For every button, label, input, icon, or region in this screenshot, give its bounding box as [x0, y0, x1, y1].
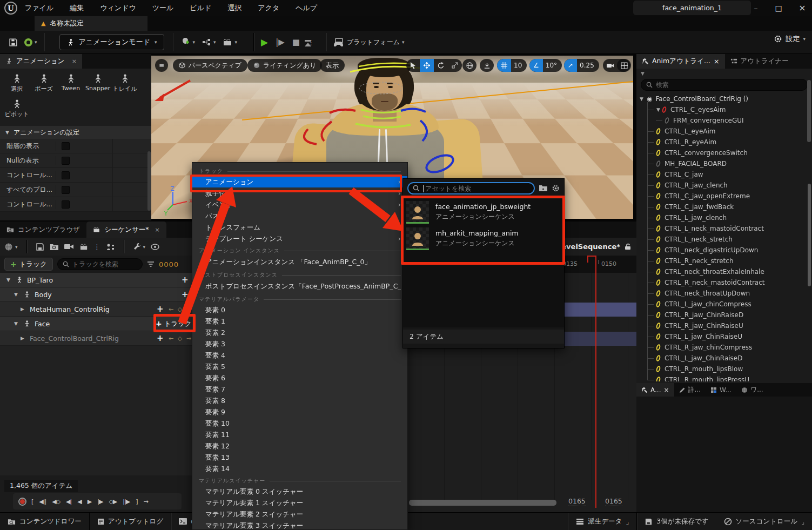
tree-root[interactable]: ▼ ◉ Face_ControlBoard_CtrlRig () [636, 93, 812, 104]
control-row[interactable]: ▼ CTRL_C_eyesAim [636, 104, 812, 115]
menu-item[interactable]: テンプレート シーケンス › [192, 233, 407, 244]
control-row[interactable]: CTRL_neck_digastricUpDown [636, 245, 812, 256]
tool-button[interactable]: トレイル [111, 74, 138, 93]
control-row[interactable]: CTRL_L_jaw_clench [636, 212, 812, 223]
transport-button[interactable]: ◀|| [39, 498, 46, 505]
control-row[interactable]: CTRL_L_neck_stretch [636, 234, 812, 245]
control-row[interactable]: CTRL_L_jaw_ChinRaiseU [636, 331, 812, 342]
horizontal-scrollbar[interactable] [409, 500, 556, 506]
control-row[interactable]: CTRL_convergenceSwitch [636, 147, 812, 158]
transport-button[interactable]: |▶ [97, 498, 103, 505]
control-row[interactable]: CTRL_L_jaw_ChinRaiseD [636, 353, 812, 364]
rotation-snap-control[interactable]: ∠ 10° [529, 59, 562, 72]
transport-button[interactable]: ◀◇ [52, 498, 60, 505]
menu-item[interactable]: 要素 9 [192, 406, 407, 418]
menu-item[interactable]: 要素 12 [192, 440, 407, 452]
maximize-button[interactable]: □ [770, 0, 787, 16]
menu-item[interactable]: 要素 3 [192, 338, 407, 350]
scale-snap-control[interactable]: ↗ 0.25 [564, 59, 599, 72]
control-row[interactable]: CTRL_C_jaw_openExtreme [636, 191, 812, 202]
folder-icon[interactable] [539, 185, 548, 192]
actor-sequence-icon[interactable] [106, 243, 115, 251]
add-subtrack-icon[interactable]: + [157, 333, 164, 343]
menu-item[interactable]: マテリアル要素 2 スイッチャー [192, 508, 407, 520]
menu-item[interactable]: 要素 1 [192, 316, 407, 327]
asset-search[interactable] [407, 182, 535, 194]
stop-button[interactable]: ■ [288, 35, 304, 49]
control-row[interactable]: CTRL_R_jaw_ChinRaiseU [636, 320, 812, 331]
control-row[interactable]: CTRL_L_jaw_chinCompress [636, 299, 812, 310]
menu-bar-item[interactable]: ヘルプ [296, 3, 317, 13]
menu-item[interactable]: 要素 2 [192, 327, 407, 338]
close-tab-icon[interactable]: × [663, 386, 669, 394]
options-icon[interactable]: ⋮ [94, 243, 100, 251]
tab-sequencer[interactable]: シーケンサー* × [86, 222, 166, 238]
add-subtrack-icon[interactable]: + [157, 304, 164, 314]
checkbox[interactable] [62, 157, 70, 165]
tab-outliner[interactable]: アウトライナー [725, 54, 794, 69]
tab-details[interactable]: 詳... [674, 383, 706, 397]
control-row[interactable]: CTRL_R_jaw_chinCompress [636, 342, 812, 353]
control-row[interactable]: CTRL_R_eyeAim [636, 137, 812, 147]
checkbox[interactable] [62, 200, 70, 209]
asset-item[interactable]: mh_arkit_mapping_anim アニメーションシーケンス [403, 225, 564, 252]
move-tool-icon[interactable] [420, 59, 434, 72]
play-button[interactable]: ▶ [257, 35, 272, 50]
close-tab-icon[interactable]: × [155, 226, 160, 233]
unreal-logo-icon[interactable]: U [4, 2, 17, 15]
world-button[interactable]: ▾ [21, 36, 41, 49]
camera-icon[interactable] [64, 243, 74, 250]
gear-icon[interactable] [552, 184, 560, 192]
angle-snap-icon[interactable]: ∠ [529, 59, 543, 72]
menu-bar-item[interactable]: ツール [152, 3, 174, 13]
record-button[interactable] [18, 498, 26, 506]
transport-button[interactable]: [ [31, 498, 33, 505]
menu-item[interactable]: アニメーション › [192, 176, 407, 187]
asset-search-input[interactable] [423, 185, 529, 192]
minimize-button[interactable]: – [748, 0, 764, 16]
control-row[interactable]: CTRL_neck_throatUpDown [636, 288, 812, 299]
control-row[interactable]: CTRL_R_jaw_clench [636, 180, 812, 191]
menu-item[interactable]: 要素 10 [192, 418, 407, 429]
view-end-frame[interactable]: 0165 [568, 497, 586, 506]
control-row[interactable]: CTRL_R_mouth_lipsBlow [636, 364, 812, 374]
scrollbar[interactable] [808, 184, 811, 286]
menu-bar-item[interactable]: ビルド [190, 3, 211, 13]
current-frame[interactable]: 0000 [159, 260, 179, 269]
browse-sequence-icon[interactable] [50, 243, 59, 251]
cinematics-button[interactable]: ▾ [219, 35, 241, 49]
menu-item[interactable]: アニメーションインスタンス 「Face_AnimBP_C_0」 [192, 256, 407, 269]
menu-bar-item[interactable]: 編集 [70, 3, 84, 13]
menu-item[interactable]: 要素 13 [192, 452, 407, 463]
menu-bar-item[interactable]: アクタ [258, 3, 279, 13]
scrollbar[interactable] [807, 80, 811, 142]
tab-world-settings[interactable]: ワ... [736, 383, 768, 397]
save-sequence-icon[interactable] [36, 243, 44, 251]
checkbox[interactable] [62, 171, 70, 179]
menu-item[interactable]: 親子付け › [192, 187, 407, 199]
control-row[interactable]: CTRL_R_mouth_lipsPressU [636, 374, 812, 381]
menu-bar-item[interactable]: 選択 [227, 3, 241, 13]
derived-data-button[interactable]: 派生データ ⌟ [568, 513, 636, 530]
unsaved-button[interactable]: * 3個が未保存です [637, 513, 716, 530]
menu-item[interactable]: マテリアル要素 1 スイッチャー [192, 497, 407, 508]
control-row[interactable]: CTRL_neck_throatExhaleInhale [636, 266, 812, 277]
menu-item[interactable]: 要素 5 [192, 361, 407, 372]
track-search-input[interactable] [72, 260, 132, 268]
play-options-button[interactable]: ⋮ [304, 36, 318, 49]
menu-item[interactable]: パス [192, 210, 407, 222]
playhead-marker[interactable] [587, 256, 596, 263]
close-button[interactable]: × [794, 0, 810, 16]
outliner-search-input[interactable] [656, 81, 802, 89]
transport-button[interactable]: ||▶ [123, 498, 130, 505]
add-actor-button[interactable]: ▾ [177, 34, 199, 50]
menu-item[interactable]: 要素 11 [192, 429, 407, 440]
lock-icon[interactable] [625, 243, 631, 250]
content-drawer-button[interactable]: コンテンツドロワー [0, 513, 89, 530]
grid-snap-icon[interactable] [497, 59, 511, 72]
animation-settings-header[interactable]: ▼アニメーションの設定 [0, 126, 151, 139]
transport-button[interactable]: ▶ [88, 498, 91, 505]
tool-button[interactable]: Tween [57, 74, 84, 93]
menu-item[interactable]: イベント › [192, 199, 407, 210]
menu-item[interactable]: 要素 0 [192, 304, 407, 316]
